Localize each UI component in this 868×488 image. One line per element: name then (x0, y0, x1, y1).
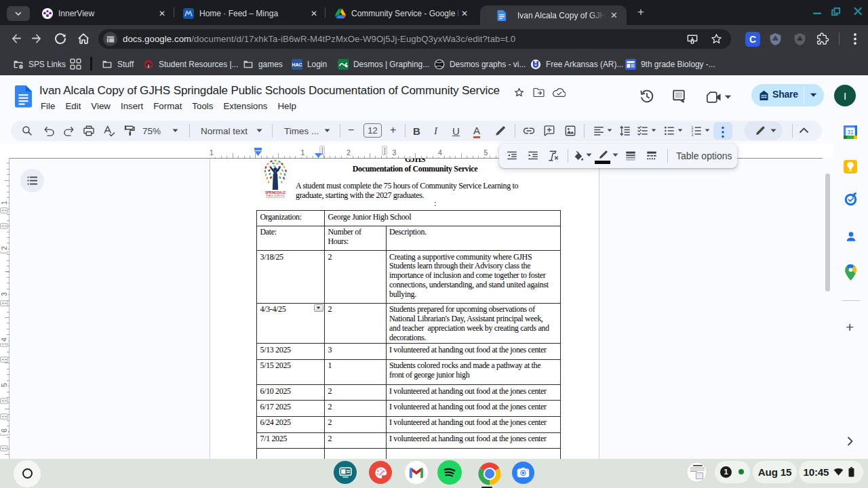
svg-text:31: 31 (847, 129, 854, 136)
svg-text:EXCELLENCE IN EDUCATION: EXCELLENCE IN EDUCATION (266, 197, 285, 198)
svg-text:3: 3 (692, 133, 694, 137)
